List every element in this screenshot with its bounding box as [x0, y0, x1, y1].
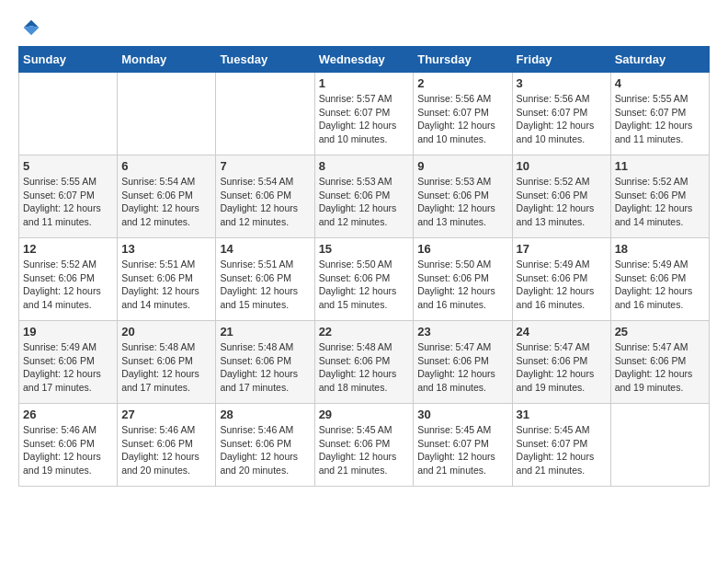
calendar-table: SundayMondayTuesdayWednesdayThursdayFrid… [18, 46, 710, 487]
calendar-header-sunday: Sunday [19, 47, 118, 73]
calendar-cell: 16Sunrise: 5:50 AMSunset: 6:06 PMDayligh… [414, 238, 512, 321]
calendar-header-saturday: Saturday [610, 47, 709, 73]
day-number: 7 [220, 159, 310, 173]
day-info: Sunrise: 5:45 AMSunset: 6:06 PMDaylight:… [319, 423, 410, 477]
calendar-cell: 9Sunrise: 5:53 AMSunset: 6:06 PMDaylight… [414, 155, 512, 238]
day-info: Sunrise: 5:49 AMSunset: 6:06 PMDaylight:… [517, 258, 607, 312]
page-header [18, 18, 710, 37]
day-number: 13 [121, 242, 211, 256]
day-info: Sunrise: 5:55 AMSunset: 6:07 PMDaylight:… [615, 92, 705, 146]
day-number: 22 [319, 325, 410, 339]
day-info: Sunrise: 5:54 AMSunset: 6:06 PMDaylight:… [121, 175, 211, 229]
calendar-cell [118, 73, 216, 155]
day-number: 4 [615, 76, 705, 90]
calendar-header-thursday: Thursday [414, 47, 512, 73]
calendar-cell: 4Sunrise: 5:55 AMSunset: 6:07 PMDaylight… [610, 73, 709, 155]
calendar-cell: 23Sunrise: 5:47 AMSunset: 6:06 PMDayligh… [414, 321, 512, 404]
calendar-cell: 27Sunrise: 5:46 AMSunset: 6:06 PMDayligh… [118, 404, 216, 487]
day-number: 8 [319, 159, 410, 173]
day-info: Sunrise: 5:46 AMSunset: 6:06 PMDaylight:… [121, 423, 211, 477]
day-number: 30 [417, 408, 507, 421]
day-info: Sunrise: 5:56 AMSunset: 6:07 PMDaylight:… [417, 92, 507, 146]
day-info: Sunrise: 5:54 AMSunset: 6:06 PMDaylight:… [220, 175, 310, 229]
day-number: 19 [23, 325, 113, 339]
day-info: Sunrise: 5:47 AMSunset: 6:06 PMDaylight:… [517, 340, 607, 395]
calendar-header-wednesday: Wednesday [314, 47, 414, 73]
calendar-header-tuesday: Tuesday [216, 47, 314, 73]
calendar-cell [19, 73, 118, 155]
day-info: Sunrise: 5:49 AMSunset: 6:06 PMDaylight:… [23, 340, 113, 395]
calendar-week-row: 12Sunrise: 5:52 AMSunset: 6:06 PMDayligh… [19, 238, 710, 321]
calendar-week-row: 5Sunrise: 5:55 AMSunset: 6:07 PMDaylight… [19, 155, 710, 238]
calendar-cell: 5Sunrise: 5:55 AMSunset: 6:07 PMDaylight… [19, 155, 118, 238]
day-info: Sunrise: 5:51 AMSunset: 6:06 PMDaylight:… [220, 258, 310, 312]
day-info: Sunrise: 5:45 AMSunset: 6:07 PMDaylight:… [417, 423, 507, 477]
calendar-cell: 1Sunrise: 5:57 AMSunset: 6:07 PMDaylight… [314, 73, 414, 155]
day-number: 12 [23, 242, 113, 256]
day-info: Sunrise: 5:46 AMSunset: 6:06 PMDaylight:… [220, 423, 310, 477]
calendar-cell [610, 404, 709, 487]
day-info: Sunrise: 5:45 AMSunset: 6:07 PMDaylight:… [517, 423, 607, 477]
calendar-cell: 18Sunrise: 5:49 AMSunset: 6:06 PMDayligh… [610, 238, 709, 321]
calendar-cell: 6Sunrise: 5:54 AMSunset: 6:06 PMDaylight… [118, 155, 216, 238]
day-number: 21 [220, 325, 310, 339]
day-info: Sunrise: 5:52 AMSunset: 6:06 PMDaylight:… [517, 175, 607, 229]
day-number: 2 [417, 76, 507, 90]
calendar-cell: 17Sunrise: 5:49 AMSunset: 6:06 PMDayligh… [512, 238, 610, 321]
calendar-cell: 25Sunrise: 5:47 AMSunset: 6:06 PMDayligh… [610, 321, 709, 404]
day-number: 17 [517, 242, 607, 256]
day-info: Sunrise: 5:46 AMSunset: 6:06 PMDaylight:… [23, 423, 113, 477]
day-info: Sunrise: 5:53 AMSunset: 6:06 PMDaylight:… [417, 175, 507, 229]
day-info: Sunrise: 5:53 AMSunset: 6:06 PMDaylight:… [319, 175, 410, 229]
day-number: 31 [517, 408, 607, 421]
calendar-cell: 14Sunrise: 5:51 AMSunset: 6:06 PMDayligh… [216, 238, 314, 321]
calendar-cell: 31Sunrise: 5:45 AMSunset: 6:07 PMDayligh… [512, 404, 610, 487]
day-number: 16 [417, 242, 507, 256]
calendar-week-row: 19Sunrise: 5:49 AMSunset: 6:06 PMDayligh… [19, 321, 710, 404]
day-info: Sunrise: 5:52 AMSunset: 6:06 PMDaylight:… [615, 175, 705, 229]
logo-icon [22, 18, 40, 37]
day-info: Sunrise: 5:50 AMSunset: 6:06 PMDaylight:… [417, 258, 507, 312]
day-info: Sunrise: 5:48 AMSunset: 6:06 PMDaylight:… [220, 340, 310, 395]
day-number: 15 [319, 242, 410, 256]
calendar-cell: 22Sunrise: 5:48 AMSunset: 6:06 PMDayligh… [314, 321, 414, 404]
day-info: Sunrise: 5:49 AMSunset: 6:06 PMDaylight:… [615, 258, 705, 312]
calendar-cell: 10Sunrise: 5:52 AMSunset: 6:06 PMDayligh… [512, 155, 610, 238]
day-number: 9 [417, 159, 507, 173]
day-number: 5 [23, 159, 113, 173]
day-number: 14 [220, 242, 310, 256]
calendar-cell: 13Sunrise: 5:51 AMSunset: 6:06 PMDayligh… [118, 238, 216, 321]
calendar-cell: 3Sunrise: 5:56 AMSunset: 6:07 PMDaylight… [512, 73, 610, 155]
calendar-cell: 8Sunrise: 5:53 AMSunset: 6:06 PMDaylight… [314, 155, 414, 238]
calendar-cell: 24Sunrise: 5:47 AMSunset: 6:06 PMDayligh… [512, 321, 610, 404]
calendar-header-monday: Monday [118, 47, 216, 73]
calendar-cell: 26Sunrise: 5:46 AMSunset: 6:06 PMDayligh… [19, 404, 118, 487]
calendar-cell: 21Sunrise: 5:48 AMSunset: 6:06 PMDayligh… [216, 321, 314, 404]
calendar-header-friday: Friday [512, 47, 610, 73]
day-number: 3 [517, 76, 607, 90]
day-number: 18 [615, 242, 705, 256]
day-number: 26 [23, 408, 113, 421]
calendar-cell: 12Sunrise: 5:52 AMSunset: 6:06 PMDayligh… [19, 238, 118, 321]
day-info: Sunrise: 5:47 AMSunset: 6:06 PMDaylight:… [417, 340, 507, 395]
day-number: 29 [319, 408, 410, 421]
day-number: 20 [121, 325, 211, 339]
day-number: 1 [319, 76, 410, 90]
calendar-week-row: 1Sunrise: 5:57 AMSunset: 6:07 PMDaylight… [19, 73, 710, 155]
calendar-cell: 30Sunrise: 5:45 AMSunset: 6:07 PMDayligh… [414, 404, 512, 487]
calendar-cell: 19Sunrise: 5:49 AMSunset: 6:06 PMDayligh… [19, 321, 118, 404]
day-number: 27 [121, 408, 211, 421]
day-number: 23 [417, 325, 507, 339]
calendar-cell: 28Sunrise: 5:46 AMSunset: 6:06 PMDayligh… [216, 404, 314, 487]
logo [18, 18, 40, 37]
day-number: 10 [517, 159, 607, 173]
calendar-cell: 20Sunrise: 5:48 AMSunset: 6:06 PMDayligh… [118, 321, 216, 404]
svg-marker-1 [24, 26, 40, 35]
day-number: 28 [220, 408, 310, 421]
day-info: Sunrise: 5:52 AMSunset: 6:06 PMDaylight:… [23, 258, 113, 312]
calendar-cell: 2Sunrise: 5:56 AMSunset: 6:07 PMDaylight… [414, 73, 512, 155]
day-number: 6 [121, 159, 211, 173]
day-info: Sunrise: 5:50 AMSunset: 6:06 PMDaylight:… [319, 258, 410, 312]
day-info: Sunrise: 5:51 AMSunset: 6:06 PMDaylight:… [121, 258, 211, 312]
day-number: 25 [615, 325, 705, 339]
